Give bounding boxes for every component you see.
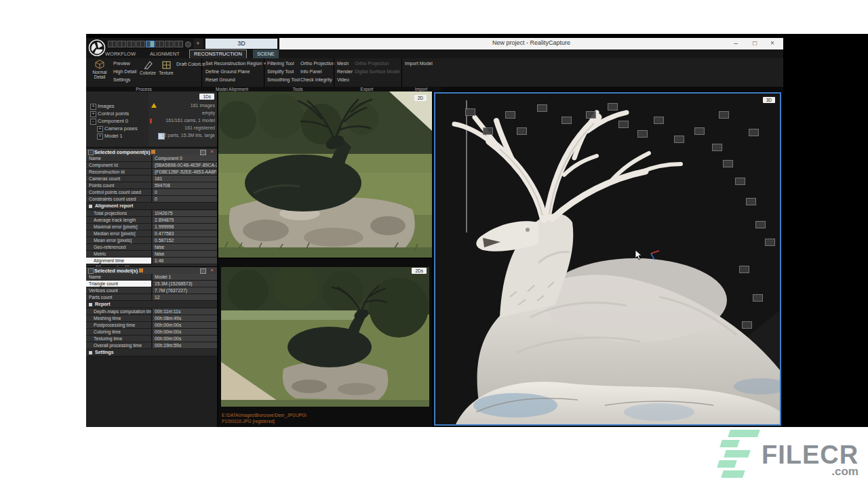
camera-thumbnail-icon[interactable] (483, 127, 493, 135)
layout-preset-icon[interactable] (174, 41, 183, 47)
property-row[interactable]: Texturing time00h:00m:00s (86, 336, 217, 342)
tree-item-model-1[interactable]: +Model 112 parts, 15.3M tris, large (86, 132, 217, 140)
tree-item-images[interactable]: +Images161 images (86, 102, 217, 110)
property-row[interactable]: Geo-referencedfalse (86, 244, 217, 251)
property-row[interactable]: Constraints count used0 (86, 196, 217, 203)
ribbon-button[interactable]: Preview (113, 60, 136, 68)
property-row[interactable]: Component Id{5BA5B98-0C4B-4E5F-89CA-31D.… (86, 162, 217, 169)
section-header[interactable]: Report (86, 301, 217, 308)
ribbon-button[interactable]: Simplify Tool (267, 68, 300, 76)
ribbon-tab[interactable]: SCENE (253, 49, 279, 58)
tree-toggle-icon[interactable]: + (97, 126, 103, 132)
panel-close-icon[interactable]: ✕ (210, 268, 214, 273)
close-button[interactable]: × (764, 38, 781, 49)
property-row[interactable]: Coloring time00h:00m:00s (86, 329, 217, 336)
camera-thumbnail-icon[interactable] (674, 136, 684, 143)
property-row[interactable]: Parts count12 (86, 294, 217, 301)
section-header[interactable]: Alignment report (86, 203, 217, 210)
viewport-3d[interactable]: 3D (434, 92, 781, 426)
tree-toggle-icon[interactable]: - (90, 119, 96, 125)
camera-thumbnail-icon[interactable] (753, 294, 763, 302)
ribbon-button[interactable]: Filtering Tool (267, 60, 300, 68)
tree-view-badge[interactable]: 1Ds (199, 94, 214, 100)
view-tab-3d[interactable]: 3D (205, 39, 277, 49)
panel-close-icon[interactable]: ✕ (210, 149, 214, 155)
property-row[interactable]: Reconstruction Id{FD8E12BF-52EE-4653-AA8… (86, 169, 217, 176)
viewport-badge-2ds[interactable]: 2Ds (412, 268, 427, 274)
ribbon-button[interactable]: High Detail (113, 68, 136, 76)
ribbon-button[interactable]: Reset Ground (205, 76, 266, 84)
section-toggle-icon[interactable] (89, 205, 92, 208)
layout-preset-icon[interactable] (127, 41, 136, 47)
layout-preset-icon[interactable] (155, 41, 164, 47)
camera-thumbnail-icon[interactable] (517, 127, 527, 135)
add-view-tab[interactable]: + (193, 39, 203, 49)
section-toggle-icon[interactable] (89, 303, 92, 306)
camera-thumbnail-icon[interactable] (755, 221, 766, 228)
layout-preset-icon[interactable] (108, 41, 117, 47)
ribbon-button[interactable]: Mesh (337, 60, 353, 68)
property-row[interactable]: NameComponent 0 (86, 155, 217, 162)
texture-button[interactable]: Texture (157, 60, 175, 75)
layout-preset-icon[interactable] (136, 41, 145, 47)
panel-dock-icon[interactable] (200, 268, 206, 274)
ribbon-button[interactable]: Import Model (405, 60, 433, 68)
photo-viewport-top[interactable]: 2D (218, 92, 432, 258)
tree-item-control-points[interactable]: +Control pointsempty (86, 110, 217, 117)
property-row[interactable]: Depth-maps computation time00h:11m:11s (86, 308, 217, 315)
layout-preset-icon-selected[interactable] (146, 41, 155, 47)
ribbon-button[interactable]: Video (337, 76, 353, 84)
camera-thumbnail-icon[interactable] (735, 178, 745, 185)
property-row[interactable]: Postprocessing time00h:00m:00s (86, 322, 217, 329)
property-row[interactable]: Vertices count7.7M (7637227) (86, 287, 217, 294)
maximize-button[interactable]: □ (747, 38, 763, 49)
tree-toggle-icon[interactable]: + (90, 104, 96, 110)
collapse-icon[interactable]: - (88, 150, 94, 155)
ribbon-button[interactable]: Check Integrity (300, 76, 335, 84)
camera-thumbnail-icon[interactable] (694, 127, 705, 135)
viewport-badge-2d[interactable]: 2D (414, 95, 427, 101)
property-row[interactable]: Overall processing time00h:19m:59s (86, 342, 217, 349)
panel-dock-icon[interactable] (200, 150, 206, 155)
tree-toggle-icon[interactable]: + (97, 134, 103, 140)
property-row[interactable]: Control points count used0 (86, 189, 217, 196)
layout-preset-icon[interactable] (165, 41, 174, 47)
ribbon-button[interactable]: Settings (113, 76, 136, 84)
tree-item-camera-poses[interactable]: +Camera poses161 registered (86, 125, 217, 132)
viewport-badge-3d[interactable]: 3D (763, 97, 775, 103)
colorize-button[interactable]: Colorize (139, 60, 157, 75)
ribbon-button[interactable]: Smoothing Tool (267, 76, 300, 84)
camera-thumbnail-icon[interactable] (654, 117, 664, 124)
camera-thumbnail-icon[interactable] (712, 144, 722, 151)
camera-thumbnail-icon[interactable] (739, 266, 749, 273)
minimize-button[interactable]: – (728, 38, 744, 49)
ribbon-button[interactable]: Set Reconstruction Region ▾ (205, 60, 266, 68)
camera-thumbnail-icon[interactable] (723, 160, 733, 167)
section-toggle-icon[interactable] (89, 351, 92, 354)
property-row[interactable]: Triangle count15.3M (15268573) (86, 281, 217, 287)
camera-thumbnail-icon[interactable] (505, 111, 515, 119)
camera-thumbnail-icon[interactable] (465, 108, 475, 116)
tree-item-component-0[interactable]: -Component 0161/161 cams, 1 model (86, 117, 217, 125)
theme-toggle-icon[interactable] (185, 41, 191, 47)
camera-thumbnail-icon[interactable] (637, 130, 648, 138)
ribbon-button[interactable]: Info Panel (300, 68, 335, 76)
component-panel-header[interactable]: - Selected component(s) ✕ (86, 148, 217, 155)
property-row[interactable]: NameModel 1 (86, 274, 217, 281)
property-row[interactable]: Meshing time00h:08m:49s (86, 315, 217, 322)
camera-thumbnail-icon[interactable] (618, 121, 629, 128)
camera-thumbnail-icon[interactable] (749, 129, 759, 136)
ribbon-button[interactable]: Ortho Projection (300, 60, 335, 68)
camera-thumbnail-icon[interactable] (537, 104, 547, 112)
camera-thumbnail-icon[interactable] (586, 111, 596, 119)
ribbon-button[interactable]: Define Ground Plane (205, 68, 266, 76)
property-row[interactable]: Metricfalse (86, 251, 217, 258)
property-row[interactable]: Mean error [pixels]0.587152 (86, 237, 217, 244)
camera-thumbnail-icon[interactable] (765, 239, 775, 246)
ribbon-tab[interactable]: ALIGNMENT (146, 49, 184, 58)
camera-thumbnail-icon[interactable] (742, 321, 752, 329)
property-row[interactable]: Alignment time1:46 (86, 258, 217, 264)
model-panel-header[interactable]: - Selected model(s) ✕ (86, 266, 217, 274)
normal-detail-button[interactable]: Normal Detail (90, 60, 110, 79)
property-row[interactable]: Maximal error [pixels]1.999998 (86, 224, 217, 230)
